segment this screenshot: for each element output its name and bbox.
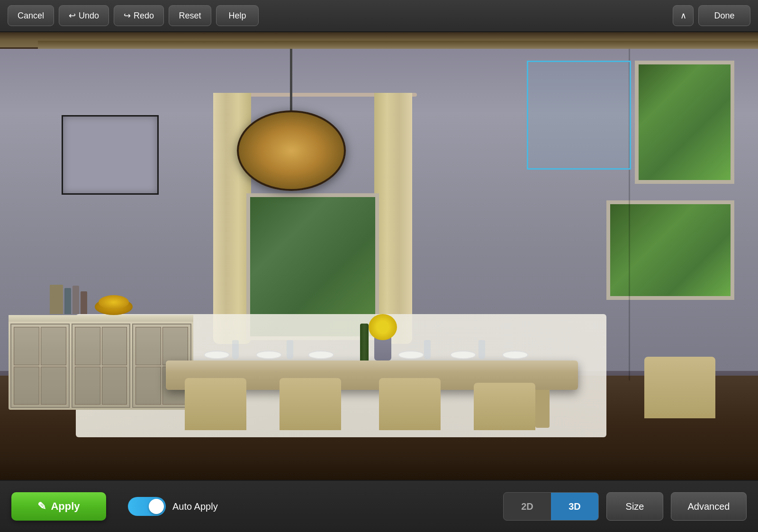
glass-2: [287, 340, 293, 359]
door-pane: [41, 367, 66, 405]
door-pane: [41, 327, 66, 365]
toggle-thumb: [149, 499, 164, 514]
books: [50, 285, 87, 314]
door-pane: [135, 367, 161, 405]
chandelier: [237, 110, 346, 191]
plate-5: [450, 351, 476, 359]
bottom-toolbar: ✎ Apply Auto Apply 2D 3D Size Advanced: [0, 480, 758, 532]
glass-4: [478, 340, 485, 359]
door-pane: [162, 327, 188, 365]
door-pane: [75, 367, 100, 405]
chair-front-center: [280, 378, 341, 430]
flowers: [369, 314, 397, 340]
chevron-up-icon: ∧: [680, 10, 686, 21]
redo-icon: ↪: [124, 10, 131, 21]
cancel-button[interactable]: Cancel: [8, 5, 54, 26]
selection-box: [527, 61, 631, 170]
undo-icon: ↩: [69, 10, 76, 21]
done-button[interactable]: Done: [698, 5, 750, 26]
view-mode-group: 2D 3D: [503, 492, 599, 521]
top-toolbar: Cancel ↩ Undo ↪ Redo Reset Help ∧ Done: [0, 0, 758, 32]
fruits: [99, 295, 129, 309]
door-pane: [14, 367, 39, 405]
auto-apply-label: Auto Apply: [172, 501, 218, 512]
apply-button[interactable]: ✎ Apply: [11, 492, 106, 521]
apply-label: Apply: [51, 500, 80, 513]
chair-front-left: [185, 378, 246, 430]
help-button[interactable]: Help: [216, 5, 259, 26]
reset-button[interactable]: Reset: [169, 5, 211, 26]
chevron-up-button[interactable]: ∧: [673, 5, 694, 26]
room-scene: [0, 32, 758, 480]
door-pane: [135, 327, 161, 365]
view-3d-button[interactable]: 3D: [551, 492, 598, 521]
door-pane: [14, 327, 39, 365]
auto-apply-toggle[interactable]: [128, 497, 166, 516]
plate-3: [308, 351, 334, 359]
plate-2: [256, 351, 282, 359]
door-pane: [75, 327, 100, 365]
door-pane: [102, 327, 127, 365]
curtain-right: [374, 93, 412, 344]
chair-front-right-2: [474, 383, 535, 430]
advanced-button[interactable]: Advanced: [671, 492, 747, 521]
wine-bottle: [360, 324, 369, 361]
plate-1: [204, 351, 230, 359]
view-2d-button[interactable]: 2D: [504, 492, 551, 521]
window-right-bottom: [606, 200, 734, 300]
size-button[interactable]: Size: [606, 492, 663, 521]
door-pane: [102, 367, 127, 405]
art-frame: [62, 115, 159, 195]
plate-4: [398, 351, 424, 359]
glass-3: [424, 340, 431, 359]
redo-button[interactable]: ↪ Redo: [114, 5, 164, 26]
glass-1: [232, 340, 239, 359]
window-right-top: [635, 61, 734, 184]
chair-far-right: [644, 357, 715, 418]
chandelier-chain: [290, 49, 292, 120]
plate-6: [502, 351, 528, 359]
apply-icon: ✎: [37, 500, 46, 513]
chair-front-right-1: [379, 378, 441, 430]
auto-apply-group: Auto Apply: [128, 497, 218, 516]
undo-button[interactable]: ↩ Undo: [59, 5, 109, 26]
scene-area[interactable]: [0, 32, 758, 480]
